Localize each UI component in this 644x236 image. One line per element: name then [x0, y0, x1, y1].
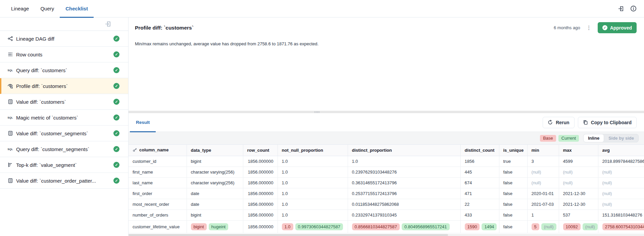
drag-handle-icon[interactable]	[314, 111, 320, 113]
table-cell: (null)	[527, 178, 559, 188]
value-icon	[7, 178, 13, 184]
main-panel: Profile diff: `customers` 6 months ago ⋮…	[129, 17, 644, 236]
table-cell: 1.0	[348, 156, 460, 167]
view-toggle: InlineSide by side	[583, 134, 639, 142]
sidebar-item-label: Row counts	[16, 52, 111, 57]
check-status-icon: ✓	[113, 146, 119, 152]
table-cell: true	[499, 156, 527, 167]
diff-toolbar: Base Current InlineSide by side	[129, 132, 644, 144]
toggle-inline[interactable]: Inline	[584, 134, 604, 142]
sidebar-item[interactable]: SQLQuery diff: `customer_segments`✓	[0, 141, 128, 157]
table-cell: false	[499, 210, 527, 221]
table-cell: date	[187, 199, 243, 210]
table-cell: 1856.000000	[243, 221, 278, 233]
tab-query[interactable]: Query	[35, 0, 60, 17]
sidebar-item[interactable]: Profile diff: `customers`✓	[0, 78, 128, 94]
table-cell: 445	[460, 167, 499, 178]
table-cell: 2758.6007543103448	[598, 221, 644, 233]
tab-lineage[interactable]: Lineage	[5, 0, 35, 17]
sidebar-item[interactable]: Top-k diff: `value_segment`✓	[0, 157, 128, 173]
toggle-side-by-side[interactable]: Side by side	[604, 134, 638, 142]
sidebar-item-label: Magic metric of `customers`	[16, 115, 111, 121]
sql-icon: SQL	[7, 146, 13, 152]
table-cell: customer_id	[129, 156, 187, 167]
export-icon[interactable]	[105, 21, 111, 28]
pane-splitter[interactable]	[129, 111, 644, 113]
table-cell: date	[187, 188, 243, 199]
sidebar-item[interactable]: SQLQuery diff: `customers`✓	[0, 62, 128, 78]
table-cell: (null)	[598, 178, 644, 188]
sidebar-item[interactable]: Value diff: `customers`✓	[0, 94, 128, 110]
table-cell: 2020-01-01	[527, 188, 559, 199]
tab-checklist[interactable]: Checklist	[60, 0, 94, 17]
table-cell: 1.0	[278, 167, 348, 178]
table-header-row: column_namedata_typerow_countnot_null_pr…	[129, 145, 644, 156]
copy-icon	[583, 120, 588, 125]
tab-result[interactable]: Result	[130, 113, 156, 132]
check-status-icon: ✓	[113, 162, 119, 168]
table-cell: 471	[460, 188, 499, 199]
table-cell: 1856.000000	[243, 188, 278, 199]
scrollbar-thumb[interactable]	[129, 234, 448, 236]
refresh-icon	[548, 120, 553, 125]
table-cell: (null)	[559, 178, 598, 188]
table-cell: 0.36314655172413796	[348, 178, 460, 188]
check-status-icon: ✓	[113, 99, 119, 105]
rerun-button[interactable]: Rerun	[543, 117, 574, 128]
sidebar-item-label: Value diff: `customers`	[16, 99, 111, 105]
top-navigation-bar: LineageQueryChecklist	[0, 0, 644, 17]
check-status-icon: ✓	[113, 178, 119, 184]
table-cell: 2021-12-30	[559, 188, 598, 199]
rerun-label: Rerun	[556, 120, 569, 125]
app-window: LineageQueryChecklist	[0, 0, 644, 236]
sidebar-toolbar	[0, 17, 128, 31]
table-row: customer_idbigint1856.0000001.01.01856tr…	[129, 156, 644, 167]
approved-button[interactable]: ✓ Approved	[598, 22, 637, 33]
table-cell: 1.0	[278, 178, 348, 188]
sidebar-item[interactable]: Value diff: `customer_order_patter...✓	[0, 173, 128, 189]
table-cell: 0.23976293103448276	[348, 167, 460, 178]
export-icon[interactable]	[618, 5, 625, 12]
table-row: first_orderdate1856.0000001.00.253771551…	[129, 188, 644, 199]
horizontal-scrollbar[interactable]	[129, 234, 644, 236]
table-cell: (null)	[598, 167, 644, 178]
column-header: row_count	[243, 145, 278, 156]
column-header: distinct_count	[460, 145, 499, 156]
sidebar-item[interactable]: Value diff: `customer_segments`✓	[0, 126, 128, 141]
kebab-menu-icon[interactable]: ⋮	[585, 25, 593, 31]
table-cell: (null)	[559, 167, 598, 178]
table-cell: first_order	[129, 188, 187, 199]
check-status-icon: ✓	[113, 67, 119, 73]
table-cell: (null)	[598, 199, 644, 210]
table-cell: 2021-12-30	[559, 199, 598, 210]
value-icon	[7, 99, 13, 105]
sidebar-item[interactable]: Lineage DAG diff✓	[0, 31, 128, 47]
checklist-sidebar: Lineage DAG diff✓Row counts✓SQLQuery dif…	[0, 17, 129, 236]
copy-to-clipboard-button[interactable]: Copy to Clipboard	[578, 117, 637, 128]
sidebar-item-label: Profile diff: `customers`	[16, 83, 111, 89]
table-cell: 1.0	[278, 156, 348, 167]
current-badge: Current	[558, 135, 579, 142]
sidebar-item-label: Lineage DAG diff	[16, 36, 111, 42]
table-cell: bigint	[187, 156, 243, 167]
table-cell: 15901494	[460, 221, 499, 233]
sidebar-item-list: Lineage DAG diff✓Row counts✓SQLQuery dif…	[0, 31, 128, 189]
table-cell: character varying(256)	[187, 167, 243, 178]
check-status-icon: ✓	[113, 114, 119, 121]
info-icon[interactable]	[630, 5, 637, 12]
profile-diff-table: column_namedata_typerow_countnot_null_pr…	[129, 144, 644, 233]
sidebar-item-label: Query diff: `customer_segments`	[16, 146, 111, 152]
table-cell: 0.011853448275862068	[348, 199, 460, 210]
result-tabbar: Result Rerun Copy to Clipboard	[129, 113, 644, 132]
sidebar-item[interactable]: SQLMagic metric of `customers`✓	[0, 110, 128, 126]
profile-icon	[7, 83, 13, 89]
table-cell: (null)	[527, 167, 559, 178]
sidebar-item[interactable]: Row counts✓	[0, 47, 128, 62]
table-cell: 151.3168103448276	[598, 210, 644, 221]
table-cell: false	[499, 178, 527, 188]
table-cell: customer_lifetime_value	[129, 221, 187, 233]
table-cell: (null)	[598, 188, 644, 199]
check-status-icon: ✓	[113, 130, 119, 136]
table-cell: 1.0	[278, 199, 348, 210]
table-row: last_namecharacter varying(256)1856.0000…	[129, 178, 644, 188]
